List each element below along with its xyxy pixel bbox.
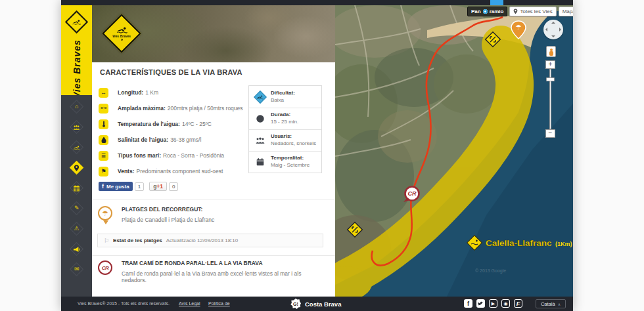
info-value: Nedadors, snorkels (271, 140, 316, 148)
satellite-map[interactable]: © 2013 Google ☂ CR (335, 5, 573, 297)
zoom-slider-handle[interactable] (546, 77, 555, 81)
cami-ronda-badge: CR (98, 260, 112, 275)
sidebar-item-news[interactable] (68, 241, 85, 256)
language-selector[interactable]: Català ∧ (536, 299, 566, 308)
zoom-in-button[interactable]: + (545, 60, 555, 69)
difficulty-diamond-icon (254, 91, 267, 104)
mapa-button[interactable]: Mapa (559, 7, 573, 16)
info-value: Maig - Setembre (271, 162, 310, 169)
social-share-row: fMe gusta 1 g+1 0 (99, 182, 178, 191)
route-distance: (1Km) (555, 241, 572, 247)
sidebar-item-routes[interactable] (68, 160, 85, 175)
logo-dot (121, 39, 123, 41)
facebook-icon[interactable]: f (464, 299, 472, 308)
characteristic-value: Roca - Sorra - Posidònia (163, 152, 224, 159)
google-plus-one-button[interactable]: g+1 0 (149, 182, 178, 191)
pan-right-icon[interactable] (559, 28, 561, 31)
footer: Vies Braves® 2015 - Tots els drets reser… (61, 297, 573, 311)
tram-text: Camí de ronda paral·lel a la Via Brava a… (122, 270, 319, 283)
totes-les-vies-label: Totes les Vies (520, 9, 552, 14)
info-value: Baixa (271, 97, 295, 104)
brand-column[interactable]: Vies Braves (61, 5, 92, 95)
sidebar-item-edit[interactable]: ✎ (68, 201, 85, 215)
content-panel: CARACTERÍSTIQUES DE LA VIA BRAVA ↔ Longi… (92, 62, 335, 297)
characteristic-label: Longitud: (118, 89, 143, 96)
route-info-box: Dificultat: Baixa Durada: 15 - 25 min. U… (248, 85, 322, 173)
street-view-pegman[interactable] (546, 46, 556, 57)
route-name: Calella-Llafranc (486, 238, 552, 248)
cr-marker-label: CR (408, 190, 417, 197)
pan-left-icon[interactable] (545, 28, 547, 31)
map-pan-control[interactable] (543, 20, 563, 39)
youtube-icon[interactable]: ▶ (489, 299, 497, 308)
characteristic-value: 200mtrs platja / 50mtrs roques (168, 105, 243, 112)
characteristic-label: Vents: (118, 168, 135, 175)
sidebar-item-home[interactable]: ⌂ (68, 99, 85, 114)
facebook-like-count: 1 (135, 182, 144, 191)
gplus-count: 0 (169, 182, 178, 191)
beach-status-label: Estat de les platges (113, 238, 162, 243)
characteristic-row: ⚑ Vents: Predominants component sud-oest (99, 163, 243, 179)
politica-link[interactable]: Política de (208, 301, 230, 306)
info-row-difficulty: Dificultat: Baixa (249, 86, 321, 108)
platges-text: Platja de Canadell i Platja de Llafranc (122, 217, 319, 223)
sidebar-item-community[interactable] (68, 119, 85, 134)
facebook-icon: f (102, 183, 104, 190)
info-row-season: Temporalitat: Maig - Setembre (249, 151, 321, 173)
info-label: Usuaris: (271, 133, 316, 140)
foursquare-icon[interactable]: F (514, 299, 522, 308)
characteristic-value: 36-38 grms/l (170, 136, 201, 143)
info-row-duration: Durada: 15 - 25 min. (249, 108, 321, 129)
panoramio-button[interactable]: Panramio (467, 7, 507, 16)
twitter-icon[interactable] (476, 299, 485, 308)
facebook-like-button[interactable]: fMe gusta 1 (99, 182, 144, 191)
language-label: Català (541, 301, 555, 307)
characteristics-list: ↔ Longitud: 1 Km o–o Amplada màxima: 200… (99, 85, 243, 179)
gplus-plus-one: +1 (156, 183, 163, 190)
instagram-icon[interactable]: ◉ (501, 299, 510, 308)
vies-braves-logo: Vies Braves (102, 14, 141, 52)
mapa-label: Mapa (563, 9, 573, 14)
characteristic-label: Temperatura de l'aigua: (118, 121, 180, 127)
zoom-out-button[interactable]: − (545, 129, 555, 138)
sidebar-item-contact[interactable]: ✉ (68, 262, 85, 276)
warning-icon: ⚠ (74, 225, 79, 231)
info-label: Temporalitat: (271, 155, 310, 162)
characteristic-label: Salinitat de l'aigua: (118, 136, 168, 143)
calendar-icon (249, 158, 271, 166)
characteristic-value: 1 Km (145, 89, 158, 96)
pan-down-icon[interactable] (551, 35, 555, 37)
flag-icon: ⚐ (104, 238, 109, 244)
vies-braves-page: Vies Braves ⌂ ✎ (61, 0, 573, 311)
panoramio-label-post: ramio (490, 9, 504, 14)
caret-up-icon: ∧ (558, 302, 561, 306)
sidebar-item-swimming[interactable] (68, 140, 85, 154)
beach-pin-icon: ☂ (98, 206, 112, 220)
sidebar-item-safety[interactable]: ⚠ (68, 221, 85, 236)
characteristic-row: ↔ Longitud: 1 Km (99, 85, 243, 100)
characteristic-row: o–o Amplada màxima: 200mtrs platja / 50m… (99, 100, 243, 116)
top-bar (61, 0, 573, 5)
characteristic-label: Amplada màxima: (118, 105, 166, 112)
tram-title: TRAM CAMÍ DE RONDA PARAL·LEL A LA VIA BR… (122, 260, 263, 266)
mail-icon: ✉ (74, 266, 80, 272)
megaphone-icon (74, 245, 80, 252)
avis-legal-link[interactable]: Avís Legal (179, 301, 200, 306)
users-icon (74, 123, 80, 130)
umbrella-glyph: ☂ (516, 24, 522, 31)
pan-up-icon[interactable] (551, 22, 555, 24)
swimmer-icon (70, 15, 83, 29)
totes-les-vies-button[interactable]: Totes les Vies (509, 7, 556, 16)
thermometer-icon (99, 119, 108, 129)
sidebar-item-calendar[interactable] (68, 180, 85, 195)
vies-braves-small-logo (65, 10, 88, 33)
width-icon: o–o (99, 104, 108, 114)
costa-brava-logo: G! (290, 299, 301, 309)
characteristic-row: Temperatura de l'aigua: 14ºC - 25ºC (99, 116, 243, 132)
length-icon: ↔ (99, 88, 108, 98)
platges-title: PLATGES DEL RECORREGUT: (122, 206, 202, 213)
map-layer-buttons: Panramio Totes les Vies Mapa Satèl·lit (467, 7, 573, 16)
cami-ronda-marker[interactable]: CR (403, 187, 419, 203)
map-pin-icon (513, 9, 518, 14)
beach-status-bar[interactable]: ⚐ Estat de les platges Actualització 12/… (97, 234, 323, 247)
